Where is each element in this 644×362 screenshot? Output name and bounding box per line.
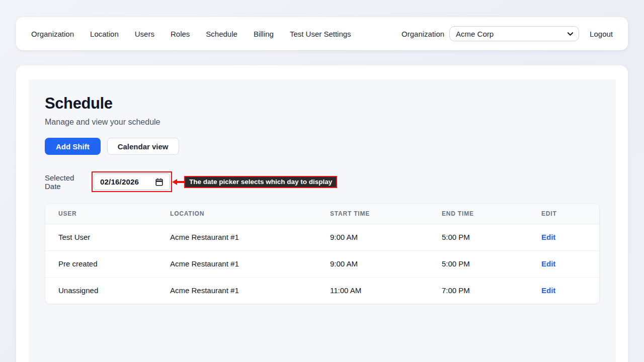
nav-item-roles[interactable]: Roles: [171, 30, 190, 38]
cell-user: Unassigned: [45, 277, 157, 304]
column-header-edit: EDIT: [528, 204, 599, 224]
annotation-tooltip: The date picker selects which day to dis…: [184, 176, 337, 188]
add-shift-button[interactable]: Add Shift: [45, 138, 101, 155]
cell-location: Acme Restaurant #1: [157, 224, 317, 250]
edit-shift-link[interactable]: Edit: [541, 286, 555, 295]
nav-links: Organization Location Users Roles Schedu…: [31, 30, 351, 38]
nav-item-users[interactable]: Users: [135, 30, 154, 38]
table-row: Test User Acme Restaurant #1 9:00 AM 5:0…: [45, 224, 599, 250]
selected-date-row: Selected Date 02/16/2026 The date picker…: [45, 171, 600, 192]
column-header-location: LOCATION: [157, 204, 317, 224]
table-header-row: USER LOCATION START TIME END TIME EDIT: [45, 204, 599, 224]
column-header-start-time: START TIME: [317, 204, 429, 224]
edit-shift-link[interactable]: Edit: [541, 233, 555, 241]
nav-item-billing[interactable]: Billing: [254, 30, 274, 38]
cell-end-time: 7:00 PM: [429, 277, 528, 304]
shifts-table-card: USER LOCATION START TIME END TIME EDIT T…: [45, 203, 600, 304]
nav-item-organization[interactable]: Organization: [31, 30, 74, 38]
cell-start-time: 9:00 AM: [317, 250, 429, 277]
annotation-arrow-line: [177, 181, 184, 183]
page-subtitle: Manage and view your schedule: [45, 118, 600, 127]
nav-right-group: Organization Acme Corp Logout: [401, 26, 613, 41]
calendar-icon: [155, 178, 163, 186]
column-header-end-time: END TIME: [429, 204, 528, 224]
cell-end-time: 5:00 PM: [429, 250, 528, 277]
date-picker-input[interactable]: 02/16/2026: [94, 173, 170, 190]
table-row: Unassigned Acme Restaurant #1 11:00 AM 7…: [45, 277, 599, 304]
cell-end-time: 5:00 PM: [429, 224, 528, 250]
nav-item-test-user-settings[interactable]: Test User Settings: [290, 30, 351, 38]
organization-select-wrap: Acme Corp: [449, 26, 579, 41]
cell-location: Acme Restaurant #1: [157, 250, 317, 277]
table-row: Pre created Acme Restaurant #1 9:00 AM 5…: [45, 250, 599, 277]
annotation-arrow-head-icon: [172, 179, 177, 185]
annotation-highlight-box: 02/16/2026: [92, 171, 172, 192]
top-navbar: Organization Location Users Roles Schedu…: [16, 17, 628, 50]
selected-date-label: Selected Date: [45, 173, 92, 191]
annotation-arrow: [172, 179, 184, 185]
schedule-panel: Schedule Manage and view your schedule A…: [29, 79, 616, 362]
cell-user: Pre created: [45, 250, 157, 277]
action-buttons-row: Add Shift Calendar view: [45, 138, 600, 155]
cell-start-time: 11:00 AM: [317, 277, 429, 304]
nav-item-schedule[interactable]: Schedule: [206, 30, 237, 38]
cell-location: Acme Restaurant #1: [157, 277, 317, 304]
calendar-view-button[interactable]: Calendar view: [107, 138, 179, 155]
nav-item-location[interactable]: Location: [90, 30, 119, 38]
main-card: Schedule Manage and view your schedule A…: [16, 65, 628, 362]
cell-start-time: 9:00 AM: [317, 224, 429, 250]
page-title: Schedule: [45, 95, 600, 113]
edit-shift-link[interactable]: Edit: [541, 259, 555, 268]
column-header-user: USER: [45, 204, 157, 224]
shifts-table: USER LOCATION START TIME END TIME EDIT T…: [45, 204, 599, 304]
logout-button[interactable]: Logout: [590, 30, 613, 38]
date-picker-value: 02/16/2026: [100, 177, 139, 186]
organization-select[interactable]: Acme Corp: [449, 26, 579, 41]
cell-user: Test User: [45, 224, 157, 250]
organization-select-label: Organization: [401, 30, 444, 38]
